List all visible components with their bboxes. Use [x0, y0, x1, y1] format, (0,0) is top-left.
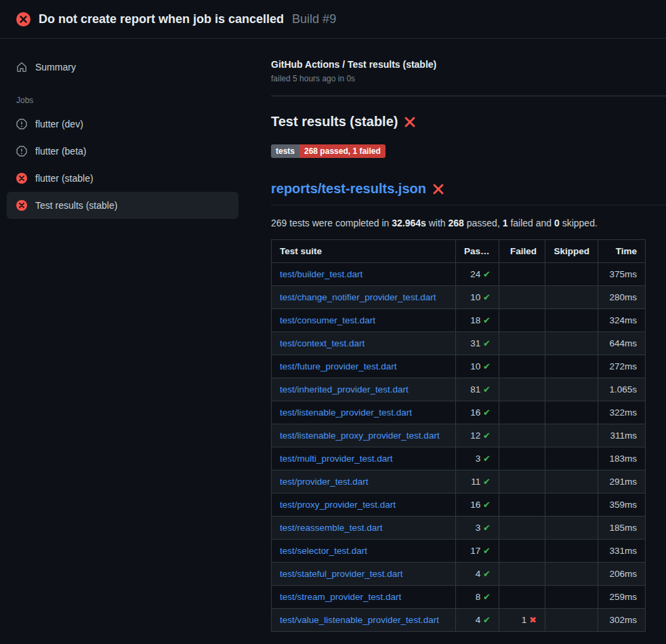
x-circle-fill-icon — [16, 200, 27, 211]
test-suite-link[interactable]: test/stateful_provider_test.dart — [280, 569, 403, 579]
table-row: test/listenable_provider_test.dart16 ✔32… — [272, 401, 646, 424]
summary-passed-count: 268 — [449, 218, 464, 228]
test-suite-link[interactable]: test/context_test.dart — [280, 338, 365, 348]
time-cell: 280ms — [598, 286, 646, 309]
check-icon: ✔ — [483, 454, 491, 464]
test-suite-link[interactable]: test/selector_test.dart — [280, 546, 367, 556]
table-row: test/proxy_provider_test.dart16 ✔359ms — [272, 494, 646, 517]
failed-cell: 1 ✖ — [499, 609, 545, 632]
jobs-sidebar: Summary Jobs flutter (dev)flutter (beta)… — [0, 39, 249, 219]
skipped-cell — [545, 332, 598, 355]
time-cell: 322ms — [598, 401, 646, 424]
column-header: Time — [598, 240, 646, 263]
breadcrumb[interactable]: GitHub Actions / Test results (stable) — [271, 59, 666, 70]
table-header-row: Test suitePassedFailedSkippedTime — [272, 240, 646, 263]
job-label: flutter (dev) — [35, 119, 83, 129]
divider — [271, 96, 666, 96]
build-number: Build #9 — [292, 12, 336, 26]
test-suite-link[interactable]: test/stream_provider_test.dart — [280, 592, 401, 602]
skipped-cell — [545, 470, 598, 494]
failed-cell — [499, 494, 545, 517]
passed-cell: 10 ✔ — [456, 355, 499, 378]
job-label: flutter (beta) — [35, 146, 86, 157]
test-suite-link[interactable]: test/reassemble_test.dart — [280, 523, 383, 533]
sidebar-item-summary[interactable]: Summary — [7, 54, 238, 81]
column-header: Skipped — [545, 240, 598, 263]
test-suite-link[interactable]: test/future_provider_test.dart — [280, 361, 397, 371]
test-suite-link[interactable]: test/inherited_provider_test.dart — [280, 384, 409, 395]
passed-cell: 8 ✔ — [456, 586, 499, 609]
skipped-cell — [545, 447, 598, 470]
test-suite-link[interactable]: test/change_notifier_provider_test.dart — [280, 292, 436, 302]
table-row: test/reassemble_test.dart3 ✔185ms — [272, 517, 646, 540]
table-row: test/provider_test.dart11 ✔291ms — [272, 470, 646, 494]
test-suite-link[interactable]: test/builder_test.dart — [280, 269, 362, 279]
table-row: test/future_provider_test.dart10 ✔272ms — [272, 355, 646, 378]
time-cell: 259ms — [598, 586, 646, 609]
report-file-link[interactable]: reports/test-results.json — [271, 181, 426, 197]
failed-x-icon — [403, 115, 417, 129]
failed-cell — [499, 586, 545, 609]
sidebar-job-item[interactable]: flutter (stable) — [7, 165, 238, 192]
passed-cell: 4 ✔ — [456, 563, 499, 586]
passed-cell: 3 ✔ — [456, 447, 499, 470]
table-row: test/multi_provider_test.dart3 ✔183ms — [272, 447, 646, 470]
time-cell: 324ms — [598, 309, 646, 332]
failed-cell — [499, 309, 545, 332]
check-icon: ✔ — [483, 569, 491, 579]
passed-cell: 17 ✔ — [456, 540, 499, 563]
failed-cell — [499, 540, 545, 563]
page-layout: Summary Jobs flutter (dev)flutter (beta)… — [0, 39, 666, 632]
test-suite-link[interactable]: test/listenable_provider_test.dart — [280, 407, 412, 418]
test-results-table: Test suitePassedFailedSkippedTime test/b… — [271, 239, 646, 632]
cross-icon: ✖ — [529, 615, 537, 625]
check-icon: ✔ — [483, 407, 491, 418]
time-cell: 359ms — [598, 494, 646, 517]
stop-icon — [16, 146, 27, 157]
column-header: Test suite — [272, 240, 456, 263]
failed-cell — [499, 355, 545, 378]
passed-cell: 16 ✔ — [456, 401, 499, 424]
check-icon: ✔ — [483, 269, 491, 279]
summary-line: 269 tests were completed in 32.964s with… — [271, 218, 666, 228]
column-header: Passed — [456, 240, 499, 263]
tests-badge-label: tests — [271, 144, 299, 158]
summary-failed-count: 1 — [503, 218, 508, 228]
failed-cell — [499, 517, 545, 540]
test-suite-link[interactable]: test/consumer_test.dart — [280, 315, 375, 325]
passed-cell: 12 ✔ — [456, 424, 499, 447]
sidebar-job-item[interactable]: Test results (stable) — [7, 192, 238, 219]
test-suite-link[interactable]: test/multi_provider_test.dart — [280, 454, 393, 464]
sidebar-job-item[interactable]: flutter (beta) — [7, 138, 238, 165]
tests-badge-value: 268 passed, 1 failed — [299, 144, 386, 158]
check-icon: ✔ — [483, 292, 491, 302]
test-suite-link[interactable]: test/listenable_proxy_provider_test.dart — [280, 430, 440, 441]
passed-cell: 81 ✔ — [456, 378, 499, 401]
table-row: test/consumer_test.dart18 ✔324ms — [272, 309, 646, 332]
passed-cell: 31 ✔ — [456, 332, 499, 355]
column-header: Failed — [499, 240, 545, 263]
jobs-list: flutter (dev)flutter (beta)flutter (stab… — [7, 110, 238, 219]
skipped-cell — [545, 424, 598, 447]
check-icon: ✔ — [483, 477, 491, 487]
failed-cell — [499, 424, 545, 447]
time-cell: 272ms — [598, 355, 646, 378]
skipped-cell — [545, 263, 598, 286]
passed-cell: 18 ✔ — [456, 309, 499, 332]
table-row: test/inherited_provider_test.dart81 ✔1.0… — [272, 378, 646, 401]
passed-cell: 16 ✔ — [456, 494, 499, 517]
test-suite-link[interactable]: test/proxy_provider_test.dart — [280, 500, 396, 510]
check-icon: ✔ — [483, 500, 491, 510]
check-icon: ✔ — [483, 546, 491, 556]
time-cell: 302ms — [598, 609, 646, 632]
test-suite-link[interactable]: test/provider_test.dart — [280, 477, 369, 487]
failed-cell — [499, 286, 545, 309]
main-content: GitHub Actions / Test results (stable) f… — [249, 39, 666, 632]
passed-cell: 3 ✔ — [456, 517, 499, 540]
report-failed-x-icon — [432, 182, 445, 196]
sidebar-job-item[interactable]: flutter (dev) — [7, 110, 238, 138]
skipped-cell — [545, 355, 598, 378]
test-suite-link[interactable]: test/value_listenable_provider_test.dart — [280, 615, 439, 625]
skipped-cell — [545, 540, 598, 563]
skipped-cell — [545, 309, 598, 332]
